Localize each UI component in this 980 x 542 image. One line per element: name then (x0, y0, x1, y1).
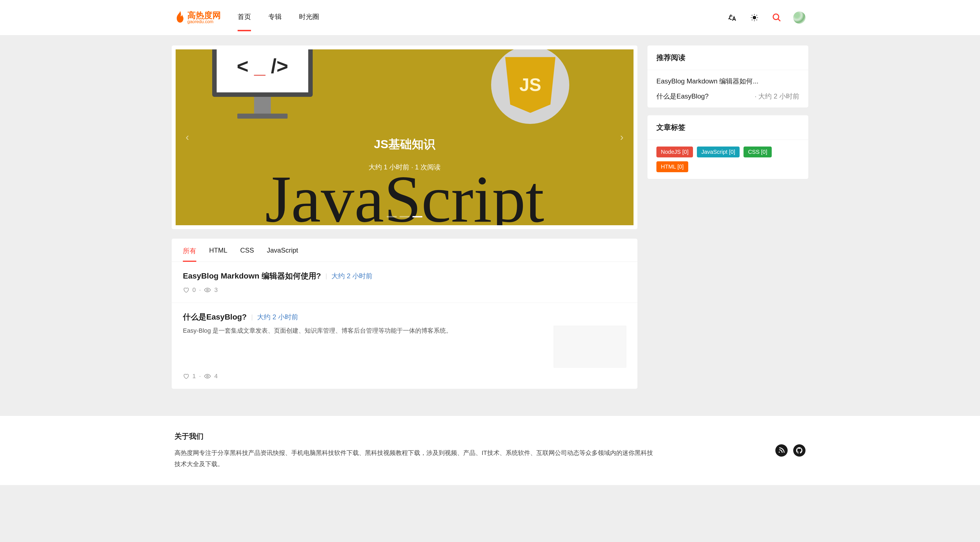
svg-point-2 (207, 289, 208, 291)
tab-javascript[interactable]: JavaScript (267, 246, 298, 262)
tab-所有[interactable]: 所有 (183, 246, 196, 262)
logo-text-en: gaoredu.com (187, 19, 221, 24)
carousel-dots (387, 216, 422, 218)
rec-time: · 大约 2 小时前 (755, 92, 799, 101)
carousel-next-button[interactable]: › (616, 132, 627, 143)
post-title[interactable]: 什么是EasyBlog? (183, 312, 247, 323)
view-count: 4 (214, 373, 218, 380)
nav-item-0[interactable]: 首页 (238, 12, 251, 23)
post-time: 大约 2 小时前 (257, 313, 298, 321)
like-count: 1 (192, 373, 196, 380)
tag-item[interactable]: HTML [0] (656, 161, 688, 172)
posts-card: 所有HTMLCSSJavaScript EasyBlog Markdown 编辑… (172, 238, 638, 389)
flame-icon (175, 11, 186, 24)
eye-icon (204, 287, 211, 293)
heart-icon[interactable] (183, 287, 189, 293)
tag-item[interactable]: JavaScript [0] (697, 146, 740, 157)
post-item: 什么是EasyBlog?|大约 2 小时前Easy-Blog 是一套集成文章发表… (172, 303, 638, 389)
post-excerpt: Easy-Blog 是一套集成文章发表、页面创建、知识库管理、博客后台管理等功能… (183, 326, 545, 335)
post-item: EasyBlog Markdown 编辑器如何使用?|大约 2 小时前0·3 (172, 262, 638, 303)
heart-icon[interactable] (183, 373, 189, 379)
rec-title[interactable]: 什么是EasyBlog? (656, 92, 750, 101)
logo-text-cn: 高热度网 (187, 11, 221, 19)
carousel-meta: 大约 1 小时前 · 1 次阅读 (369, 163, 441, 172)
recommended-item[interactable]: 什么是EasyBlog?· 大约 2 小时前 (656, 92, 799, 101)
tag-item[interactable]: CSS [0] (743, 146, 772, 157)
recommended-item[interactable]: EasyBlog Markdown 编辑器如何... (656, 77, 799, 86)
tag-item[interactable]: NodeJS [0] (656, 146, 693, 157)
translate-icon[interactable] (726, 12, 738, 24)
tags-card: 文章标签 NodeJS [0]JavaScript [0]CSS [0]HTML… (648, 115, 808, 179)
svg-point-0 (753, 16, 756, 19)
post-time: 大约 2 小时前 (331, 272, 372, 280)
tag-list: NodeJS [0]JavaScript [0]CSS [0]HTML [0] (656, 146, 799, 172)
footer-title: 关于我们 (175, 431, 655, 441)
carousel-prev-button[interactable]: ‹ (182, 132, 193, 143)
rec-title[interactable]: EasyBlog Markdown 编辑器如何... (656, 77, 799, 86)
github-icon[interactable] (793, 444, 805, 456)
category-tabs: 所有HTMLCSSJavaScript (172, 238, 638, 262)
tags-title: 文章标签 (648, 115, 808, 140)
svg-point-1 (773, 14, 779, 19)
theme-toggle-icon[interactable] (749, 12, 760, 24)
tab-css[interactable]: CSS (240, 246, 254, 262)
footer-text: 高热度网专注于分享黑科技产品资讯快报、手机电脑黑科技软件下载、黑科技视频教程下载… (175, 447, 655, 469)
tab-html[interactable]: HTML (209, 246, 227, 262)
post-title[interactable]: EasyBlog Markdown 编辑器如何使用? (183, 271, 321, 281)
user-avatar[interactable] (793, 11, 805, 24)
search-icon[interactable] (771, 12, 783, 24)
hero-carousel: < _ /> JS JavaScript JS基础知识 大约 1 小时前 · 1… (172, 46, 638, 229)
svg-point-3 (207, 375, 208, 377)
site-header: 高热度网 gaoredu.com 首页专辑时光圈 (0, 0, 980, 35)
view-count: 3 (214, 286, 218, 294)
carousel-title[interactable]: JS基础知识 (374, 137, 435, 152)
post-list: EasyBlog Markdown 编辑器如何使用?|大约 2 小时前0·3什么… (172, 262, 638, 389)
main-nav: 首页专辑时光圈 (238, 12, 319, 23)
eye-icon (204, 373, 211, 380)
nav-item-1[interactable]: 专辑 (268, 12, 282, 23)
recommended-card: 推荐阅读 EasyBlog Markdown 编辑器如何...什么是EasyBl… (648, 46, 808, 108)
like-count: 0 (192, 286, 196, 294)
post-thumbnail[interactable] (554, 326, 626, 367)
site-footer: 关于我们 高热度网专注于分享黑科技产品资讯快报、手机电脑黑科技软件下载、黑科技视… (0, 416, 980, 485)
carousel-dot[interactable] (412, 216, 422, 218)
carousel-dot[interactable] (387, 216, 397, 218)
recommended-title: 推荐阅读 (648, 46, 808, 70)
nav-item-2[interactable]: 时光圈 (299, 12, 319, 23)
rss-icon[interactable] (775, 444, 788, 456)
recommended-list: EasyBlog Markdown 编辑器如何...什么是EasyBlog?· … (648, 70, 808, 108)
js-badge-text: JS (519, 75, 541, 95)
carousel-dot[interactable] (399, 216, 410, 218)
site-logo[interactable]: 高热度网 gaoredu.com (175, 11, 221, 24)
